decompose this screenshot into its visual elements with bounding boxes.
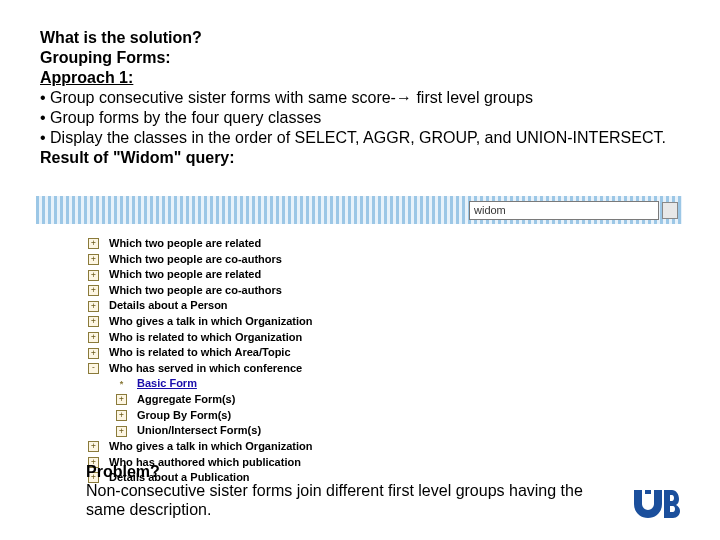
tree-label: Who gives a talk in which Organization (109, 439, 313, 455)
slide: What is the solution? Grouping Forms: Ap… (0, 0, 720, 540)
tree-label: Which two people are related (109, 236, 261, 252)
heading-result: Result of "Widom" query: (40, 148, 680, 168)
tree-label: Who is related to which Organization (109, 330, 302, 346)
heading-problem: Problem? (86, 462, 606, 481)
tree-label: Aggregate Form(s) (137, 392, 235, 408)
tree-row[interactable]: -Who has served in which conference (88, 361, 313, 377)
tree-label: Who has served in which conference (109, 361, 302, 377)
tree-label: Which two people are co-authors (109, 283, 282, 299)
tree-row[interactable]: +Who gives a talk in which Organization (88, 439, 313, 455)
bullet-icon[interactable]: * (116, 378, 127, 391)
search-button[interactable] (662, 202, 678, 219)
expand-icon[interactable]: + (88, 270, 99, 281)
expand-icon[interactable]: + (88, 316, 99, 327)
heading-grouping: Grouping Forms: (40, 48, 680, 68)
expand-icon[interactable]: + (88, 301, 99, 312)
heading-approach: Approach 1: (40, 68, 680, 88)
tree-row[interactable]: +Which two people are co-authors (88, 283, 313, 299)
collapse-icon[interactable]: - (88, 363, 99, 374)
tree-row[interactable]: +Who is related to which Organization (88, 330, 313, 346)
search-value: widom (474, 204, 506, 216)
tree-row[interactable]: +Group By Form(s) (88, 408, 313, 424)
tree-label: Who gives a talk in which Organization (109, 314, 313, 330)
problem-text: Non-consecutive sister forms join differ… (86, 481, 606, 519)
tree-label: Group By Form(s) (137, 408, 231, 424)
expand-icon[interactable]: + (116, 394, 127, 405)
bullet-2: • Group forms by the four query classes (40, 108, 680, 128)
tree-row[interactable]: +Who gives a talk in which Organization (88, 314, 313, 330)
heading-solution: What is the solution? (40, 28, 680, 48)
expand-icon[interactable]: + (88, 332, 99, 343)
tree-row[interactable]: +Aggregate Form(s) (88, 392, 313, 408)
expand-icon[interactable]: + (88, 285, 99, 296)
svg-rect-0 (645, 490, 651, 494)
tree-row[interactable]: +Which two people are co-authors (88, 252, 313, 268)
tree-label: Which two people are co-authors (109, 252, 282, 268)
tree-row[interactable]: +Which two people are related (88, 267, 313, 283)
search-band: widom (36, 196, 682, 224)
bullet-3: • Display the classes in the order of SE… (40, 128, 680, 148)
expand-icon[interactable]: + (88, 348, 99, 359)
tree-row[interactable]: +Union/Intersect Form(s) (88, 423, 313, 439)
search-input[interactable]: widom (469, 201, 659, 220)
tree-label: Which two people are related (109, 267, 261, 283)
tree-label: Union/Intersect Form(s) (137, 423, 261, 439)
tree-row[interactable]: +Details about a Person (88, 298, 313, 314)
top-text-block: What is the solution? Grouping Forms: Ap… (40, 28, 680, 168)
expand-icon[interactable]: + (116, 426, 127, 437)
tree-label[interactable]: Basic Form (137, 376, 197, 392)
expand-icon[interactable]: + (88, 254, 99, 265)
tree-row[interactable]: +Who is related to which Area/Topic (88, 345, 313, 361)
tree-label: Details about a Person (109, 298, 228, 314)
results-tree: +Which two people are related+Which two … (88, 236, 313, 486)
expand-icon[interactable]: + (116, 410, 127, 421)
expand-icon[interactable]: + (88, 441, 99, 452)
tree-row[interactable]: *Basic Form (88, 376, 313, 392)
tree-row[interactable]: +Which two people are related (88, 236, 313, 252)
bottom-text-block: Problem? Non-consecutive sister forms jo… (86, 462, 606, 520)
bullet-1: • Group consecutive sister forms with sa… (40, 88, 680, 108)
tree-label: Who is related to which Area/Topic (109, 345, 291, 361)
ub-logo (632, 490, 680, 518)
expand-icon[interactable]: + (88, 238, 99, 249)
